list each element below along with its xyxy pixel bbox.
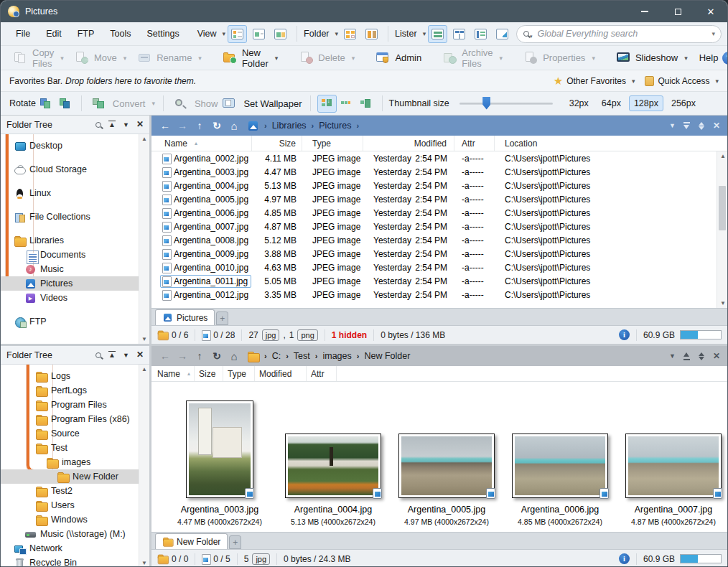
- thumb-mode-3-button[interactable]: [356, 95, 375, 113]
- scroll-up-icon[interactable]: ▲: [720, 153, 726, 159]
- close-pane-icon[interactable]: ✕: [713, 352, 720, 360]
- file-row[interactable]: Argentina_0011.jpg5.05 MBJPEG imageYeste…: [151, 274, 727, 288]
- tree-collapse-all-icon[interactable]: ▲: [108, 121, 116, 128]
- toolbar-button-slideshow[interactable]: Slideshow▾: [611, 49, 694, 67]
- file-row[interactable]: Argentina_0008.jpg5.12 MBJPEG imageYeste…: [151, 233, 727, 247]
- column-header-modified[interactable]: Modified: [363, 136, 454, 151]
- column-header-location[interactable]: Location: [495, 136, 727, 151]
- refresh-icon[interactable]: ↻: [209, 120, 225, 131]
- lister-menu-label[interactable]: Lister: [395, 29, 417, 39]
- favorites-bar[interactable]: Favorites Bar. Drop folders here to favo…: [1, 70, 727, 92]
- tree-item-music[interactable]: Music: [1, 262, 149, 276]
- tree-item-network[interactable]: Network: [1, 541, 149, 556]
- thumbnail-size-32px[interactable]: 32px: [564, 95, 594, 111]
- folder-menu-label[interactable]: Folder: [304, 29, 329, 39]
- column-header-size[interactable]: Size: [252, 136, 302, 151]
- column-header-type[interactable]: Type: [223, 366, 255, 381]
- file-row[interactable]: Argentina_0005.jpg4.97 MBJPEG imageYeste…: [151, 192, 727, 206]
- refresh-icon[interactable]: ↻: [209, 350, 225, 362]
- folder-columns-button[interactable]: [362, 25, 381, 43]
- menu-ftp[interactable]: FTP: [70, 26, 103, 42]
- back-icon[interactable]: ←: [157, 350, 173, 362]
- add-tab-button[interactable]: +: [229, 535, 241, 549]
- back-icon[interactable]: ←: [157, 120, 173, 131]
- file-row[interactable]: Argentina_0003.jpg4.47 MBJPEG imageYeste…: [151, 165, 727, 179]
- tree-item-videos[interactable]: Videos: [1, 291, 149, 305]
- resize-pane-icon[interactable]: [698, 122, 706, 130]
- file-row[interactable]: Argentina_0002.jpg4.11 MBJPEG imageYeste…: [151, 151, 727, 165]
- up-icon[interactable]: ↑: [192, 350, 207, 362]
- thumb-mode-1-button[interactable]: [317, 95, 337, 113]
- chevron-down-icon[interactable]: ▾: [335, 30, 339, 37]
- view-menu-label[interactable]: View: [197, 29, 217, 39]
- column-header-name[interactable]: Name▴: [151, 366, 195, 381]
- file-row[interactable]: Argentina_0009.jpg3.88 MBJPEG imageYeste…: [151, 247, 727, 261]
- column-header-name[interactable]: Name▴: [151, 136, 252, 151]
- breadcrumb-item-libraries[interactable]: Libraries: [272, 121, 307, 131]
- list-scrollbar[interactable]: ▲ ▼: [717, 151, 727, 308]
- expand-pane-icon[interactable]: [683, 352, 691, 360]
- toolbar-button-properties[interactable]: Properties▾: [518, 49, 601, 67]
- tree-item-windows[interactable]: Windows: [1, 512, 149, 527]
- collapse-pane-icon[interactable]: [683, 122, 691, 130]
- thumbnail-item-argentina-0005-jpg[interactable]: Argentina_0005.jpg4.97 MB (4000x2672x24): [393, 386, 500, 526]
- file-row[interactable]: Argentina_0012.jpg3.35 MBJPEG imageYeste…: [151, 288, 727, 301]
- column-header-attr[interactable]: Attr: [307, 366, 337, 381]
- tree-item-documents[interactable]: Documents: [1, 248, 149, 262]
- rotate-right-button[interactable]: [55, 95, 75, 113]
- tree-item-test[interactable]: Test: [1, 441, 149, 455]
- scroll-down-icon[interactable]: ▼: [141, 336, 147, 342]
- toolbar-button-delete[interactable]: Delete▾: [294, 49, 360, 67]
- column-header-size[interactable]: Size: [195, 366, 223, 381]
- thumbnail-item-argentina-0006-jpg[interactable]: Argentina_0006.jpg4.85 MB (4000x2672x24): [506, 386, 614, 526]
- toolbar-button-rename[interactable]: Rename▾: [132, 49, 207, 67]
- info-icon[interactable]: i: [619, 329, 630, 340]
- home-icon[interactable]: ⌂: [226, 350, 242, 362]
- minimize-button[interactable]: [628, 1, 661, 22]
- column-header-type[interactable]: Type: [302, 136, 363, 151]
- column-header-attr[interactable]: Attr: [454, 136, 495, 151]
- view-mode-details-button[interactable]: [228, 25, 247, 43]
- global-search-box[interactable]: ▾ ▾: [516, 25, 722, 43]
- file-row[interactable]: Argentina_0004.jpg5.13 MBJPEG imageYeste…: [151, 179, 727, 192]
- scrollbar-thumb[interactable]: [719, 186, 726, 230]
- maximize-button[interactable]: [661, 1, 694, 22]
- tree-item-file-collections[interactable]: File Collections: [1, 210, 149, 224]
- toolbar-button-copy-files[interactable]: Copy Files▾: [8, 44, 70, 72]
- thumbnail-item-argentina-0007-jpg[interactable]: Argentina_0007.jpg4.87 MB (4000x2672x24): [620, 386, 727, 526]
- breadcrumb-item-pictures[interactable]: Pictures: [319, 121, 351, 131]
- tree-item-source[interactable]: Source: [1, 426, 149, 441]
- tree-item-new-folder[interactable]: New Folder: [1, 469, 149, 484]
- file-row[interactable]: Argentina_0007.jpg4.87 MBJPEG imageYeste…: [151, 220, 727, 233]
- info-icon[interactable]: i: [619, 553, 630, 564]
- quick-access-button[interactable]: Quick Access ▾: [645, 76, 719, 86]
- thumbnail-size-slider[interactable]: [459, 103, 553, 105]
- tree-item-users[interactable]: Users: [1, 498, 149, 512]
- tree-search-icon[interactable]: [95, 352, 101, 358]
- toolbar-button-archive-files[interactable]: Archive Files▾: [437, 44, 508, 72]
- tree-item-logs[interactable]: Logs: [1, 369, 149, 383]
- toolbar-button-admin[interactable]: Admin: [370, 49, 427, 67]
- toolbar-button-new-folder[interactable]: New Folder▾: [218, 44, 284, 72]
- tree-item-test2[interactable]: Test2: [1, 484, 149, 498]
- tree-item-music-storage-m[interactable]: Music (\\storage) (M:): [1, 527, 149, 541]
- tree-item-cloud-storage[interactable]: Cloud Storage: [1, 162, 149, 177]
- rotate-left-button[interactable]: [36, 95, 55, 113]
- file-row[interactable]: Argentina_0010.jpg4.63 MBJPEG imageYeste…: [151, 261, 727, 274]
- tab-new-folder[interactable]: New Folder: [155, 533, 228, 549]
- resize-pane-icon[interactable]: [698, 352, 706, 360]
- tree-close-icon[interactable]: ✕: [136, 351, 144, 359]
- tree-item-recycle-bin[interactable]: Recycle Bin: [1, 556, 149, 567]
- column-header-modified[interactable]: Modified: [255, 366, 307, 381]
- scroll-down-icon[interactable]: ▼: [720, 300, 726, 306]
- tree-item-desktop[interactable]: Desktop: [1, 139, 149, 153]
- add-tab-button[interactable]: +: [216, 311, 228, 325]
- tree-item-libraries[interactable]: Libraries: [1, 233, 149, 248]
- path-dropdown-icon[interactable]: ▼: [669, 122, 676, 129]
- lister-viewer-button[interactable]: [493, 25, 512, 43]
- tree-item-images[interactable]: images: [1, 455, 149, 469]
- menu-edit[interactable]: Edit: [38, 26, 70, 42]
- tree-item-linux[interactable]: Linux: [1, 186, 149, 200]
- lister-horizontal-button[interactable]: [428, 25, 447, 43]
- search-input[interactable]: [538, 29, 712, 39]
